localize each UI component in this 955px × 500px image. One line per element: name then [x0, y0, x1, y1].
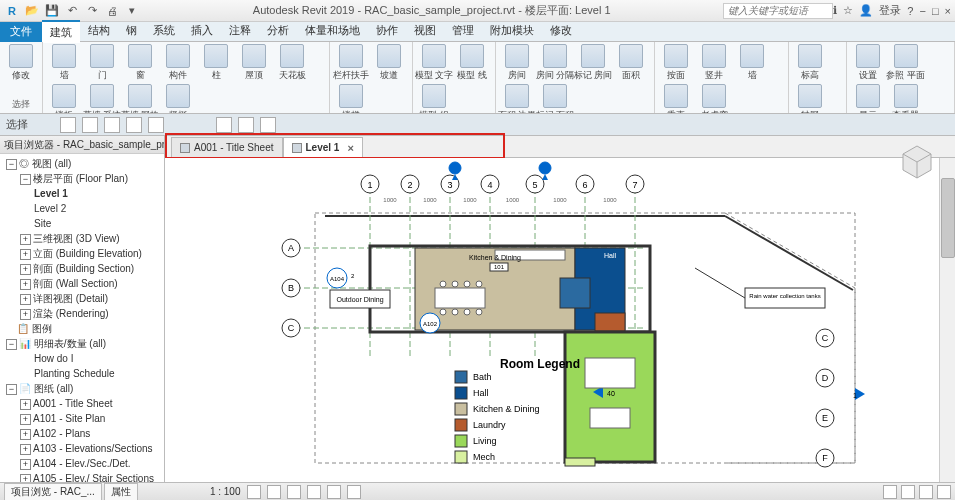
ribbon-button[interactable]: 老虎窗 [697, 84, 731, 114]
doc-tab[interactable]: A001 - Title Sheet [171, 137, 283, 157]
ribbon-button[interactable]: 墙 [47, 44, 81, 80]
ribbon-button[interactable]: 坡道 [372, 44, 406, 80]
ribbon-button[interactable]: 楼梯 [334, 84, 368, 114]
tree-item[interactable]: Level 2 [34, 203, 66, 214]
opt-icon[interactable] [216, 117, 232, 133]
menu-tab[interactable]: 结构 [80, 20, 118, 43]
opt-icon[interactable] [60, 117, 76, 133]
project-tree[interactable]: −◎ 视图 (all) −楼层平面 (Floor Plan) Level 1 L… [0, 154, 164, 482]
ribbon-button[interactable]: 房间 分隔 [538, 44, 572, 80]
expand-icon[interactable]: + [20, 444, 31, 455]
ribbon-button[interactable]: 轴网 [793, 84, 827, 114]
view-cube[interactable] [897, 142, 937, 182]
expand-icon[interactable]: + [20, 264, 31, 275]
menu-tab[interactable]: 注释 [221, 20, 259, 43]
ribbon-button[interactable]: 柱 [199, 44, 233, 80]
drawing-canvas[interactable]: 1210003100041000510006100071000ABCCDEFOu… [165, 158, 955, 482]
menu-tab[interactable]: 分析 [259, 20, 297, 43]
expand-icon[interactable]: − [6, 384, 17, 395]
close-button[interactable]: × [945, 5, 951, 17]
ribbon-button[interactable]: 竖井 [697, 44, 731, 80]
ribbon-button[interactable]: 窗 [123, 44, 157, 80]
qat-more-icon[interactable]: ▾ [124, 3, 140, 19]
maximize-button[interactable]: □ [932, 5, 939, 17]
status-icon[interactable] [307, 485, 321, 499]
doc-tab[interactable]: Level 1× [283, 137, 363, 157]
tab-close-icon[interactable]: × [347, 142, 353, 154]
status-icon[interactable] [267, 485, 281, 499]
expand-icon[interactable]: + [20, 309, 31, 320]
ribbon-button[interactable]: 标记 房间 [576, 44, 610, 80]
app-icon[interactable]: R [4, 3, 20, 19]
menu-tab[interactable]: 体量和场地 [297, 20, 368, 43]
ribbon-button[interactable]: 房间 [500, 44, 534, 80]
ribbon-button[interactable]: 墙 [735, 44, 769, 80]
status-icon[interactable] [347, 485, 361, 499]
menu-tab[interactable]: 管理 [444, 20, 482, 43]
status-icon[interactable] [247, 485, 261, 499]
ribbon-button[interactable]: 垂直 [659, 84, 693, 114]
opt-icon[interactable] [260, 117, 276, 133]
menu-tab[interactable]: 系统 [145, 20, 183, 43]
view-scale[interactable]: 1 : 100 [210, 486, 241, 497]
ribbon-button[interactable]: 楼板 [47, 84, 81, 114]
status-tab[interactable]: 项目浏览 - RAC_... [4, 483, 102, 501]
menu-tab[interactable]: 附加模块 [482, 20, 542, 43]
file-tab[interactable]: 文件 [0, 22, 42, 42]
login-link[interactable]: 登录 [879, 3, 901, 18]
tree-item[interactable]: Planting Schedule [34, 368, 115, 379]
qat-redo-icon[interactable]: ↷ [84, 3, 100, 19]
ribbon-button[interactable]: 设置 [851, 44, 885, 80]
minimize-button[interactable]: − [919, 5, 925, 17]
status-icon[interactable] [901, 485, 915, 499]
status-icon[interactable] [883, 485, 897, 499]
expand-icon[interactable]: + [20, 279, 31, 290]
expand-icon[interactable]: + [20, 294, 31, 305]
ribbon-button[interactable]: 模型 线 [455, 44, 489, 80]
star-icon[interactable]: ☆ [843, 4, 853, 17]
expand-icon[interactable]: + [20, 414, 31, 425]
opt-icon[interactable] [238, 117, 254, 133]
expand-icon[interactable]: + [20, 474, 31, 482]
status-icon[interactable] [919, 485, 933, 499]
opt-icon[interactable] [126, 117, 142, 133]
menu-tab[interactable]: 协作 [368, 20, 406, 43]
ribbon-button[interactable]: 显示 [851, 84, 885, 114]
expand-icon[interactable]: + [20, 234, 31, 245]
menu-tab[interactable]: 钢 [118, 20, 145, 43]
menu-tab[interactable]: 修改 [542, 20, 580, 43]
expand-icon[interactable]: + [20, 399, 31, 410]
opt-icon[interactable] [104, 117, 120, 133]
expand-icon[interactable]: + [20, 249, 31, 260]
qat-undo-icon[interactable]: ↶ [64, 3, 80, 19]
status-tab[interactable]: 属性 [104, 483, 138, 501]
status-icon[interactable] [937, 485, 951, 499]
ribbon-button[interactable]: 参照 平面 [889, 44, 923, 80]
ribbon-button[interactable]: 幕墙 系统 [85, 84, 119, 114]
search-input[interactable] [723, 3, 833, 19]
expand-icon[interactable]: − [20, 174, 31, 185]
ribbon-button[interactable]: 按面 [659, 44, 693, 80]
ribbon-button[interactable]: 构件 [161, 44, 195, 80]
ribbon-button[interactable]: 修改 [4, 44, 38, 80]
opt-icon[interactable] [148, 117, 164, 133]
expand-icon[interactable]: − [6, 159, 17, 170]
expand-icon[interactable]: + [20, 459, 31, 470]
tree-item[interactable]: Site [34, 218, 51, 229]
ribbon-button[interactable]: 竖梃 [161, 84, 195, 114]
qat-open-icon[interactable]: 📂 [24, 3, 40, 19]
ribbon-button[interactable]: 标高 [793, 44, 827, 80]
ribbon-button[interactable]: 栏杆扶手 [334, 44, 368, 80]
expand-icon[interactable]: + [20, 429, 31, 440]
info-icon[interactable]: ℹ [833, 4, 837, 17]
menu-tab[interactable]: 插入 [183, 20, 221, 43]
help-icon[interactable]: ? [907, 5, 913, 17]
ribbon-button[interactable]: 门 [85, 44, 119, 80]
menu-tab[interactable]: 视图 [406, 20, 444, 43]
qat-print-icon[interactable]: 🖨 [104, 3, 120, 19]
ribbon-button[interactable]: 面积 [614, 44, 648, 80]
ribbon-button[interactable]: 查看器 [889, 84, 923, 114]
qat-save-icon[interactable]: 💾 [44, 3, 60, 19]
ribbon-button[interactable]: 模型 文字 [417, 44, 451, 80]
opt-icon[interactable] [82, 117, 98, 133]
